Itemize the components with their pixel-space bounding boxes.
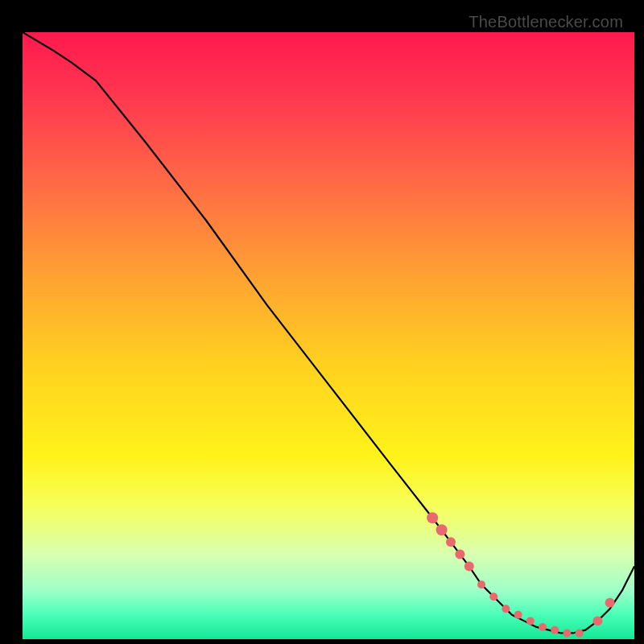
- gradient-background: [23, 32, 634, 639]
- chart-frame: TheBottlenecker.com: [8, 8, 636, 636]
- marker-dot: [551, 626, 559, 634]
- marker-dot: [502, 605, 510, 613]
- marker-dot: [455, 549, 464, 559]
- marker-dot: [526, 617, 535, 625]
- watermark-text: TheBottlenecker.com: [469, 13, 623, 31]
- plot-area: [23, 32, 634, 639]
- marker-dot: [592, 616, 602, 625]
- marker-dot: [514, 611, 522, 619]
- marker-dot: [427, 512, 438, 523]
- marker-dot: [436, 524, 448, 535]
- chart-svg: [23, 32, 634, 639]
- marker-dot: [446, 537, 456, 547]
- marker-dot: [605, 598, 615, 608]
- marker-dot: [464, 562, 474, 572]
- marker-dot: [563, 629, 571, 637]
- marker-dot: [477, 580, 485, 588]
- marker-dot: [489, 592, 497, 601]
- marker-dot: [539, 623, 547, 631]
- marker-dot: [576, 629, 584, 637]
